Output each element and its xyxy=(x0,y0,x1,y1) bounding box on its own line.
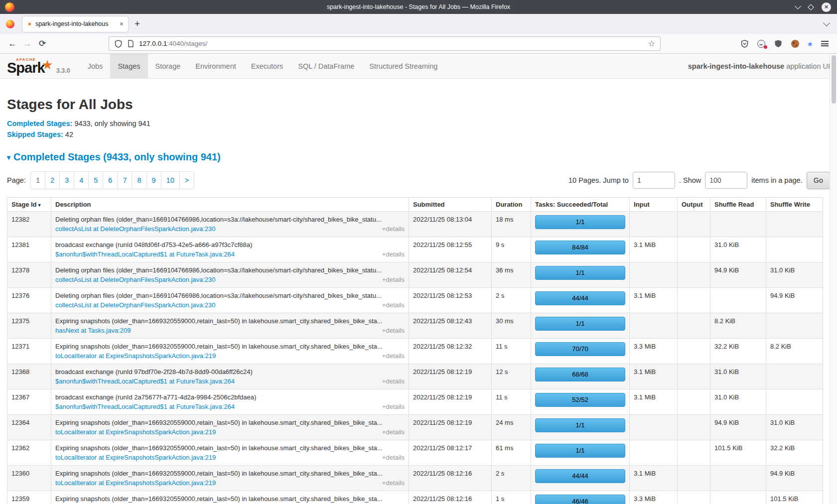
nav-tab-environment[interactable]: Environment xyxy=(188,54,243,78)
details-toggle[interactable]: +details xyxy=(382,402,405,411)
collapse-arrow-icon: ▾ xyxy=(7,153,10,161)
shuffle-write-cell xyxy=(766,364,823,389)
header-output[interactable]: Output xyxy=(678,198,710,212)
tab-close-icon[interactable]: × xyxy=(120,20,124,28)
minimize-icon[interactable] xyxy=(795,3,801,9)
table-row: 12378 Deleting orphan files (older_than=… xyxy=(7,262,823,288)
details-toggle[interactable]: +details xyxy=(382,326,405,335)
table-row: 12360 Expiring snapshots (older_than=166… xyxy=(7,466,823,491)
page-info-icon[interactable] xyxy=(127,39,135,48)
nav-tab-executors[interactable]: Executors xyxy=(244,54,290,78)
spark-favicon-icon: ✶ xyxy=(27,20,32,28)
tasks-cell: 46/46 xyxy=(531,491,630,504)
duration-cell: 11 s xyxy=(492,389,531,415)
stage-detail-link[interactable]: collectAsList at DeleteOrphanFilesSparkA… xyxy=(55,275,216,284)
stage-detail-link[interactable]: toLocalIterator at ExpireSnapshotsSparkA… xyxy=(55,352,216,360)
details-toggle[interactable]: +details xyxy=(382,352,405,360)
nav-tab-jobs[interactable]: Jobs xyxy=(80,54,111,78)
forward-button[interactable]: → xyxy=(20,37,35,51)
nav-tab-sql-dataframe[interactable]: SQL / DataFrame xyxy=(290,54,362,78)
tab-title: spark-ingest-into-lakehous xyxy=(35,20,117,27)
stage-detail-link[interactable]: collectAsList at DeleteOrphanFilesSparkA… xyxy=(55,301,216,309)
skipped-stages-link[interactable]: Skipped Stages: xyxy=(7,130,63,138)
details-toggle[interactable]: +details xyxy=(382,301,405,309)
cookie-icon[interactable] xyxy=(791,39,800,48)
maximize-icon[interactable] xyxy=(808,4,814,10)
ublock-shield-icon[interactable] xyxy=(774,39,783,48)
window-titlebar: spark-ingest-into-lakehouse - Stages for… xyxy=(0,0,837,14)
details-toggle[interactable]: +details xyxy=(382,428,405,436)
nav-tab-storage[interactable]: Storage xyxy=(148,54,188,78)
stage-detail-link[interactable]: toLocalIterator at ExpireSnapshotsSparkA… xyxy=(55,428,216,436)
page-button-5[interactable]: 5 xyxy=(88,171,103,189)
stage-detail-link[interactable]: collectAsList at DeleteOrphanFilesSparkA… xyxy=(55,225,216,233)
details-toggle[interactable]: +details xyxy=(382,225,405,233)
completed-stages-link[interactable]: Completed Stages: xyxy=(7,120,72,127)
bookmark-star-icon[interactable]: ☆ xyxy=(648,39,655,48)
page-button-2[interactable]: 2 xyxy=(45,171,60,189)
menu-hamburger-icon[interactable] xyxy=(821,39,829,48)
page-button-8[interactable]: 8 xyxy=(132,171,146,189)
tasks-progress-bar: 70/70 xyxy=(535,342,625,356)
shuffle-write-cell xyxy=(766,389,823,415)
page-button-6[interactable]: 6 xyxy=(103,171,118,189)
scrollbar-thumb[interactable] xyxy=(832,55,836,104)
tracking-shield-icon[interactable] xyxy=(114,39,123,48)
page-button-9[interactable]: 9 xyxy=(146,171,161,189)
stage-detail-link[interactable]: $anonfun$withThreadLocalCaptured$1 at Fu… xyxy=(55,250,235,258)
nav-tab-stages[interactable]: Stages xyxy=(110,54,147,78)
details-toggle[interactable]: +details xyxy=(382,453,405,462)
reload-button[interactable]: ⟳ xyxy=(35,37,50,51)
stage-id-cell: 12367 xyxy=(7,389,51,415)
page-button-10[interactable]: 10 xyxy=(161,171,180,189)
header-shuffle-read[interactable]: Shuffle Read xyxy=(710,198,766,212)
page-button-7[interactable]: 7 xyxy=(117,171,132,189)
page-next-button[interactable]: > xyxy=(179,171,194,189)
tab-list-chevron-icon[interactable] xyxy=(823,19,830,26)
go-button[interactable]: Go xyxy=(807,172,830,189)
scrollbar[interactable] xyxy=(830,54,837,504)
back-button[interactable]: ← xyxy=(5,37,20,51)
spark-logo[interactable]: APACHE Spark ★ 3.3.0 xyxy=(0,54,73,78)
details-toggle[interactable]: +details xyxy=(382,250,405,258)
submitted-cell: 2022/11/25 08:12:19 xyxy=(409,389,492,415)
completed-stages-section-toggle[interactable]: ▾ Completed Stages (9433, only showing 9… xyxy=(7,151,830,163)
spark-navbar: APACHE Spark ★ 3.3.0 JobsStagesStorageEn… xyxy=(0,54,837,79)
table-row: 12362 Expiring snapshots (older_than=166… xyxy=(7,440,823,466)
pocket-icon[interactable] xyxy=(740,39,749,48)
url-bar[interactable]: 127.0.0.1:4040/stages/ ☆ xyxy=(109,36,661,51)
details-toggle[interactable]: +details xyxy=(382,479,405,487)
input-cell: 3.1 MiB xyxy=(630,288,678,313)
shuffle-read-cell: 94.9 KiB xyxy=(710,415,766,440)
stage-detail-link[interactable]: $anonfun$withThreadLocalCaptured$1 at Fu… xyxy=(55,377,235,385)
header-submitted[interactable]: Submitted xyxy=(409,198,492,212)
stage-detail-link[interactable]: hasNext at Tasks.java:209 xyxy=(55,326,131,335)
items-per-page-input[interactable] xyxy=(705,172,747,189)
stage-detail-link[interactable]: $anonfun$withThreadLocalCaptured$1 at Fu… xyxy=(55,402,235,411)
new-tab-button[interactable]: + xyxy=(135,18,140,29)
output-cell xyxy=(678,262,710,288)
asterisk-extension-icon[interactable]: * xyxy=(808,43,812,48)
container-mask-icon[interactable] xyxy=(757,39,766,48)
page-button-1[interactable]: 1 xyxy=(30,171,45,189)
jump-to-page-input[interactable] xyxy=(633,172,675,189)
browser-tab[interactable]: ✶ spark-ingest-into-lakehous × xyxy=(22,16,128,32)
nav-tab-structured-streaming[interactable]: Structured Streaming xyxy=(362,54,445,78)
shuffle-read-cell: 31.0 KiB xyxy=(710,364,766,389)
close-window-icon[interactable]: × xyxy=(822,2,831,12)
page-button-3[interactable]: 3 xyxy=(59,171,74,189)
header-input[interactable]: Input xyxy=(630,198,678,212)
header-shuffle-write[interactable]: Shuffle Write xyxy=(766,198,823,212)
stage-detail-link[interactable]: toLocalIterator at ExpireSnapshotsSparkA… xyxy=(55,453,216,462)
duration-cell: 1 s xyxy=(492,491,531,504)
stage-detail-link[interactable]: toLocalIterator at ExpireSnapshotsSparkA… xyxy=(55,479,216,487)
completed-stages-line: Completed Stages: 9433, only showing 941 xyxy=(7,119,830,129)
details-toggle[interactable]: +details xyxy=(382,377,405,385)
header-duration[interactable]: Duration xyxy=(492,198,531,212)
header-tasks[interactable]: Tasks: Succeeded/Total xyxy=(531,198,630,212)
header-stage-id[interactable]: Stage Id▾ xyxy=(7,198,51,212)
details-toggle[interactable]: +details xyxy=(382,275,405,284)
header-description[interactable]: Description xyxy=(51,198,409,212)
page-button-4[interactable]: 4 xyxy=(74,171,89,189)
stage-id-cell: 12359 xyxy=(7,491,51,504)
